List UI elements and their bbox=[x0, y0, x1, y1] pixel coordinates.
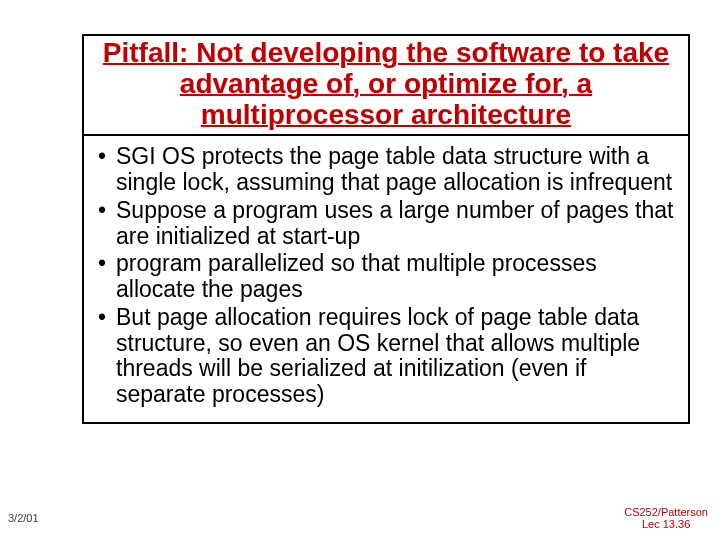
bullet-dot-icon: • bbox=[98, 198, 116, 250]
bullet-text: SGI OS protects the page table data stru… bbox=[116, 144, 674, 196]
title-box: Pitfall: Not developing the software to … bbox=[82, 34, 690, 136]
body-box: • SGI OS protects the page table data st… bbox=[82, 136, 690, 424]
slide-date: 3/2/01 bbox=[8, 512, 39, 524]
bullet-dot-icon: • bbox=[98, 251, 116, 303]
footer-course: CS252/Patterson bbox=[624, 506, 708, 518]
list-item: • SGI OS protects the page table data st… bbox=[98, 144, 674, 196]
footer-lecture: Lec 13.36 bbox=[624, 518, 708, 530]
bullet-text: Suppose a program uses a large number of… bbox=[116, 198, 674, 250]
slide-title: Pitfall: Not developing the software to … bbox=[100, 38, 672, 130]
slide-footer: CS252/Patterson Lec 13.36 bbox=[624, 506, 708, 530]
list-item: • But page allocation requires lock of p… bbox=[98, 305, 674, 408]
bullet-text: program parallelized so that multiple pr… bbox=[116, 251, 674, 303]
bullet-dot-icon: • bbox=[98, 305, 116, 408]
list-item: • Suppose a program uses a large number … bbox=[98, 198, 674, 250]
list-item: • program parallelized so that multiple … bbox=[98, 251, 674, 303]
bullet-text: But page allocation requires lock of pag… bbox=[116, 305, 674, 408]
slide: Pitfall: Not developing the software to … bbox=[0, 0, 720, 540]
bullet-dot-icon: • bbox=[98, 144, 116, 196]
